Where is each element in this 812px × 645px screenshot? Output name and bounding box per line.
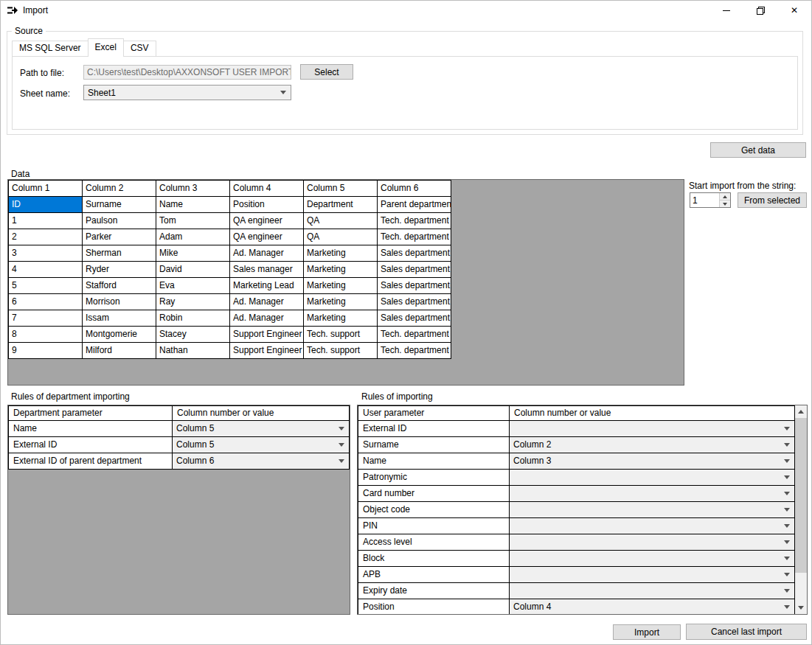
table-cell[interactable]: Sales department xyxy=(378,262,451,278)
table-cell[interactable]: Paulson xyxy=(83,213,156,229)
from-selected-button[interactable]: From selected xyxy=(738,192,807,208)
table-cell[interactable]: Sales department xyxy=(378,245,451,262)
table-cell[interactable]: Stafford xyxy=(83,278,156,294)
table-cell[interactable]: Sales department xyxy=(378,294,451,310)
column-header[interactable]: Column 1 xyxy=(9,181,83,197)
start-row-input[interactable] xyxy=(690,193,719,207)
table-cell[interactable]: Tech. support xyxy=(304,327,378,343)
rule-value-dropdown[interactable] xyxy=(510,534,795,551)
get-data-button[interactable]: Get data xyxy=(710,142,806,158)
table-cell[interactable]: Position xyxy=(230,197,304,213)
table-cell[interactable]: Marketing xyxy=(304,294,378,310)
scrollbar-down-button[interactable] xyxy=(794,602,807,614)
table-cell[interactable]: Ad. Manager xyxy=(230,294,304,310)
table-cell[interactable]: 1 xyxy=(9,213,83,229)
table-cell[interactable]: Marketing xyxy=(304,262,378,278)
table-cell[interactable]: Parker xyxy=(83,229,156,245)
table-cell[interactable]: 3 xyxy=(9,245,83,262)
rule-value-dropdown[interactable] xyxy=(510,470,795,486)
table-cell[interactable]: Milford xyxy=(83,343,156,359)
table-cell[interactable]: Ad. Manager xyxy=(230,245,304,262)
rule-value-dropdown[interactable] xyxy=(510,421,795,437)
table-cell[interactable]: Robin xyxy=(156,310,230,327)
rule-value-dropdown[interactable] xyxy=(510,486,795,502)
table-cell[interactable]: Support Engineer xyxy=(230,343,304,359)
rule-value-dropdown[interactable]: Column 4 xyxy=(510,599,795,615)
table-cell[interactable]: Eva xyxy=(156,278,230,294)
rule-value-dropdown[interactable] xyxy=(510,502,795,518)
table-cell[interactable]: Marketing xyxy=(304,278,378,294)
table-cell[interactable]: Marketing xyxy=(304,245,378,262)
table-cell[interactable]: 8 xyxy=(9,327,83,343)
table-cell[interactable]: Surname xyxy=(83,197,156,213)
table-cell[interactable]: Tech. department xyxy=(378,327,451,343)
cancel-last-import-button[interactable]: Cancel last import xyxy=(686,624,807,640)
table-cell[interactable]: Support Engineer xyxy=(230,327,304,343)
table-cell[interactable]: QA xyxy=(304,213,378,229)
rule-value-dropdown[interactable] xyxy=(510,583,795,599)
table-cell[interactable]: Sales manager xyxy=(230,262,304,278)
table-cell[interactable]: QA engineer xyxy=(230,229,304,245)
table-cell[interactable]: Sherman xyxy=(83,245,156,262)
table-cell[interactable]: QA engineer xyxy=(230,213,304,229)
table-cell[interactable]: 9 xyxy=(9,343,83,359)
select-file-button[interactable]: Select xyxy=(300,64,353,80)
maximize-button[interactable] xyxy=(743,1,777,20)
rule-value-dropdown[interactable]: Column 5 xyxy=(173,421,350,437)
table-cell[interactable]: Parent department xyxy=(378,197,451,213)
table-cell[interactable]: Sales department xyxy=(378,278,451,294)
table-cell[interactable]: Tech. department xyxy=(378,213,451,229)
column-header[interactable]: Column 2 xyxy=(83,181,156,197)
table-cell[interactable]: Name xyxy=(156,197,230,213)
close-button[interactable]: ✕ xyxy=(777,1,811,20)
rule-value-dropdown[interactable] xyxy=(510,518,795,534)
table-cell[interactable]: QA xyxy=(304,229,378,245)
minimize-button[interactable] xyxy=(709,1,743,20)
scrollbar-up-button[interactable] xyxy=(794,405,807,418)
table-cell[interactable]: Tech. department xyxy=(378,229,451,245)
table-cell[interactable]: 7 xyxy=(9,310,83,327)
table-cell[interactable]: Tom xyxy=(156,213,230,229)
sheet-name-dropdown[interactable]: Sheet1 xyxy=(83,85,291,100)
table-cell[interactable]: Tech. department xyxy=(378,343,451,359)
column-header[interactable]: Column 3 xyxy=(156,181,230,197)
table-cell[interactable]: Marketing Lead xyxy=(230,278,304,294)
column-header[interactable]: Column 4 xyxy=(230,181,304,197)
table-cell[interactable]: Adam xyxy=(156,229,230,245)
table-cell[interactable]: Montgomerie xyxy=(83,327,156,343)
tab-csv[interactable]: CSV xyxy=(123,41,156,56)
table-cell[interactable]: 4 xyxy=(9,262,83,278)
table-cell[interactable]: David xyxy=(156,262,230,278)
table-cell[interactable]: Ray xyxy=(156,294,230,310)
rule-value-dropdown[interactable] xyxy=(510,551,795,567)
tab-excel[interactable]: Excel xyxy=(88,38,124,57)
rule-value-dropdown[interactable]: Column 3 xyxy=(510,453,795,470)
rule-value-dropdown[interactable] xyxy=(510,567,795,583)
table-cell[interactable]: Ad. Manager xyxy=(230,310,304,327)
table-cell[interactable]: Nathan xyxy=(156,343,230,359)
table-cell[interactable]: 2 xyxy=(9,229,83,245)
table-cell[interactable]: Morrison xyxy=(83,294,156,310)
table-cell[interactable]: Department xyxy=(304,197,378,213)
start-row-spinner[interactable] xyxy=(690,192,731,208)
vertical-scrollbar[interactable] xyxy=(794,405,807,614)
table-cell[interactable]: Tech. support xyxy=(304,343,378,359)
table-cell[interactable]: Mike xyxy=(156,245,230,262)
rule-value-dropdown[interactable]: Column 2 xyxy=(510,437,795,453)
table-cell[interactable]: Marketing xyxy=(304,310,378,327)
table-cell[interactable]: 6 xyxy=(9,294,83,310)
table-cell[interactable]: 5 xyxy=(9,278,83,294)
table-cell[interactable]: Issam xyxy=(83,310,156,327)
import-button[interactable]: Import xyxy=(613,624,681,640)
table-cell[interactable]: Ryder xyxy=(83,262,156,278)
rule-value-dropdown[interactable]: Column 5 xyxy=(173,437,350,453)
scrollbar-thumb[interactable] xyxy=(794,418,807,573)
column-header[interactable]: Column 5 xyxy=(304,181,378,197)
table-cell[interactable]: ID xyxy=(9,197,83,213)
path-to-file-field[interactable]: C:\Users\test\Desktop\AXXONSOFT USER IMP… xyxy=(83,65,291,80)
spinner-up-button[interactable] xyxy=(720,193,730,200)
column-header[interactable]: Column 6 xyxy=(378,181,451,197)
tab-ms-sql-server[interactable]: MS SQL Server xyxy=(12,41,89,56)
table-cell[interactable]: Stacey xyxy=(156,327,230,343)
table-cell[interactable]: Sales department xyxy=(378,310,451,327)
